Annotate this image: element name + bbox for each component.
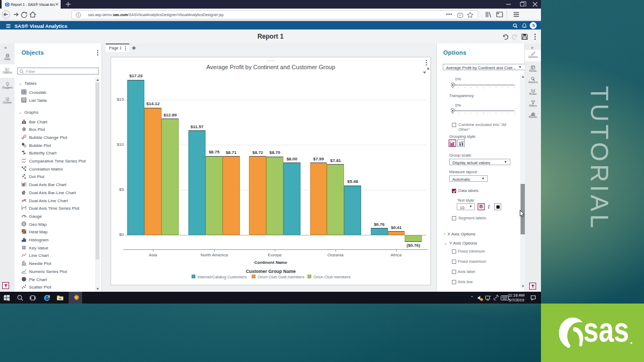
svg-text:sas: sas bbox=[583, 315, 629, 349]
